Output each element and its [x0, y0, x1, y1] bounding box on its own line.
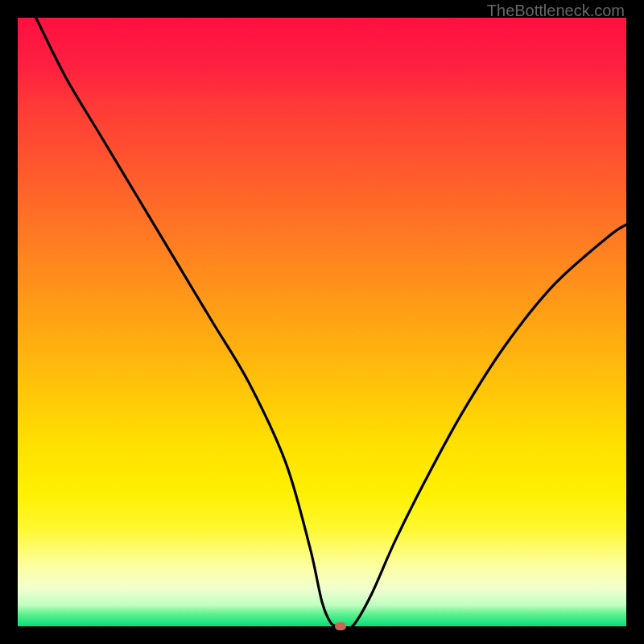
chart-container: TheBottleneck.com [0, 0, 644, 644]
curve-svg [18, 18, 626, 626]
minimum-marker-dot [335, 622, 346, 630]
plot-area [18, 18, 626, 626]
bottleneck-curve-path [36, 18, 626, 626]
watermark-text: TheBottleneck.com [487, 2, 625, 20]
